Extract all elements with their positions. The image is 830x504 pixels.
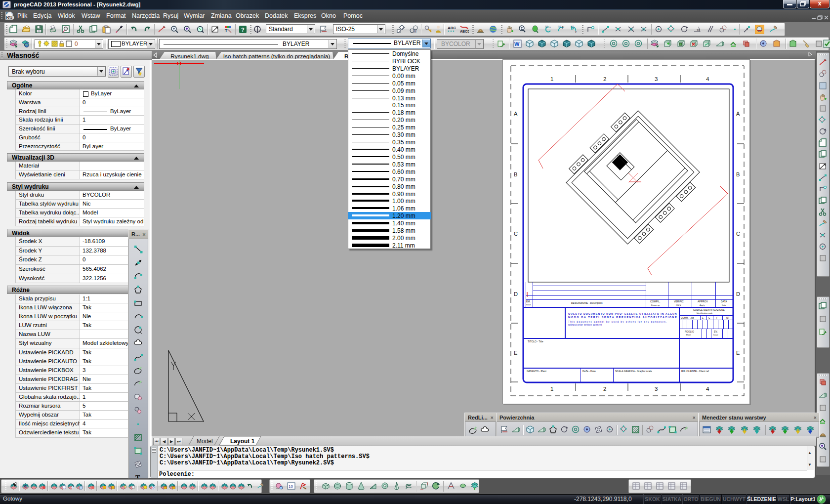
- svg-text:VERIFIC: VERIFIC: [674, 300, 684, 303]
- svg-text:DESCRIZIONE - Description: DESCRIZIONE - Description: [571, 301, 603, 304]
- svg-text:App'g: App'g: [700, 304, 705, 306]
- svg-text:RT: RT: [558, 25, 561, 28]
- svg-text:COMM. - Job: COMM. - Job: [681, 317, 694, 319]
- svg-text:QUESTO DOCUMENTO NON PUO' ESSE: QUESTO DOCUMENTO NON PUO' ESSERE UTILIZZ…: [568, 312, 677, 315]
- svg-text:2: 2: [603, 386, 606, 392]
- svg-text:RT: RT: [545, 25, 548, 28]
- svg-text:2: 2: [603, 76, 606, 82]
- svg-text:3: 3: [655, 386, 658, 392]
- svg-text:D: D: [514, 291, 518, 297]
- svg-text:3: 3: [655, 76, 658, 82]
- svg-text:E: E: [514, 350, 517, 356]
- svg-text:C: C: [708, 317, 710, 319]
- svg-text:10: 10: [289, 484, 293, 489]
- svg-text:C: C: [736, 231, 740, 237]
- svg-text:TITOLO - Title: TITOLO - Title: [528, 340, 543, 343]
- svg-text:E: E: [736, 350, 740, 356]
- svg-text:4: 4: [706, 386, 709, 392]
- svg-text:SCALA GRAFICA - Graphic scal: SCALA GRAFICA - Graphic scale: [615, 370, 652, 373]
- svg-text:RT: RT: [571, 25, 574, 28]
- svg-text:?: ?: [241, 27, 245, 33]
- svg-text:A: A: [736, 111, 740, 117]
- svg-text:DATA: DATA: [721, 300, 727, 303]
- svg-text:D: D: [736, 291, 740, 297]
- svg-text:x: x: [549, 26, 551, 29]
- svg-text:N?: N?: [726, 317, 729, 319]
- svg-text:DaTa - Date: DaTa - Date: [582, 370, 596, 373]
- svg-text:This document cannot be used b: This document cannot be used by others f…: [568, 321, 667, 323]
- svg-text:ABC: ABC: [448, 26, 456, 30]
- svg-text:W: W: [514, 41, 520, 47]
- svg-text:IMPIANTO - Plant: IMPIANTO - Plant: [527, 370, 547, 373]
- svg-text:Y: Y: [562, 26, 564, 29]
- svg-text:E: E: [702, 317, 704, 319]
- svg-text:1: 1: [550, 76, 553, 82]
- svg-text:Sheet: Sheet: [686, 334, 691, 336]
- svg-text:F: F: [716, 317, 718, 319]
- svg-text:Layout 1: Layout 1: [230, 438, 255, 445]
- svg-text:Issue: Issue: [713, 334, 718, 336]
- svg-text:0: 0: [75, 41, 78, 47]
- svg-text:DWG: DWG: [6, 16, 14, 19]
- svg-text:MODO DA TERZI SENZA PREVENTIVA: MODO DA TERZI SENZA PREVENTIVA AUTORIZZA…: [568, 316, 677, 319]
- svg-text:B: B: [514, 171, 517, 177]
- svg-text:M: M: [414, 30, 416, 33]
- svg-text:€: €: [24, 484, 27, 489]
- svg-text:B: B: [736, 171, 740, 177]
- svg-text:Drawn up: Drawn up: [651, 304, 660, 306]
- svg-text:z: z: [575, 30, 577, 33]
- svg-text:Data: Data: [722, 304, 726, 306]
- svg-text:EM.: EM.: [526, 300, 531, 303]
- svg-text:30: 30: [697, 29, 700, 32]
- svg-text:EV.: EV.: [714, 330, 718, 333]
- svg-text:4: 4: [706, 76, 709, 82]
- svg-text:Chk'd: Chk'd: [676, 304, 681, 306]
- svg-text:Issue: Issue: [526, 303, 531, 306]
- svg-text:FOGLIO: FOGLIO: [685, 330, 694, 333]
- svg-text:1: 1: [550, 386, 553, 392]
- svg-text:APPROV: APPROV: [698, 300, 708, 303]
- svg-text:COMPIL.: COMPIL.: [650, 300, 661, 303]
- svg-text:Identification code: Identification code: [697, 312, 713, 314]
- svg-text:C: C: [514, 231, 518, 237]
- svg-text:ABCD: ABCD: [460, 30, 469, 33]
- svg-text:T: T: [225, 28, 228, 33]
- svg-text:A: A: [514, 111, 518, 117]
- svg-text:without prior written consent: without prior written consent: [568, 324, 602, 326]
- svg-text:CODICE IDENTIFICAZIONE: CODICE IDENTIFICAZIONE: [693, 308, 725, 311]
- svg-text:RIF. CLIENTE - Client ref: RIF. CLIENTE - Client ref: [681, 370, 709, 373]
- svg-text:Model: Model: [197, 438, 213, 445]
